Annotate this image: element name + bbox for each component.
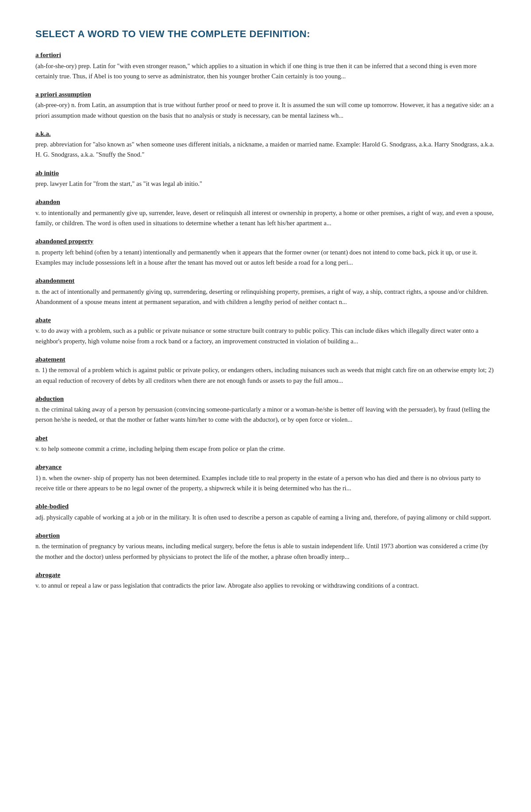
entry-definition-2: prep. abbreviation for "also known as" w… bbox=[35, 139, 496, 160]
entry-definition-8: n. 1) the removal of a problem which is … bbox=[35, 365, 496, 385]
entry-definition-1: (ah-pree-ory) n. from Latin, an assumpti… bbox=[35, 100, 496, 120]
entry-definition-4: v. to intentionally and permanently give… bbox=[35, 208, 496, 228]
entry-item: abrogatev. to annul or repeal a law or p… bbox=[35, 570, 496, 591]
entry-term-14[interactable]: abrogate bbox=[35, 570, 60, 580]
entry-term-12[interactable]: able-bodied bbox=[35, 501, 69, 512]
entry-item: abeyance1) n. when the owner- ship of pr… bbox=[35, 462, 496, 493]
entry-term-2[interactable]: a.k.a. bbox=[35, 129, 51, 139]
entry-item: able-bodiedadj. physically capable of wo… bbox=[35, 501, 496, 523]
entry-definition-14: v. to annul or repeal a law or pass legi… bbox=[35, 581, 496, 591]
entry-definition-3: prep. lawyer Latin for "from the start,"… bbox=[35, 179, 496, 189]
entry-definition-9: n. the criminal taking away of a person … bbox=[35, 404, 496, 425]
entry-item: a fortiori(ah-for-she-ory) prep. Latin f… bbox=[35, 50, 496, 81]
entry-definition-5: n. property left behind (often by a tena… bbox=[35, 247, 496, 268]
entry-term-6[interactable]: abandonment bbox=[35, 276, 74, 286]
entry-term-13[interactable]: abortion bbox=[35, 531, 60, 541]
entry-definition-12: adj. physically capable of working at a … bbox=[35, 512, 496, 523]
entries-list: a fortiori(ah-for-she-ory) prep. Latin f… bbox=[35, 50, 496, 591]
entry-term-1[interactable]: a priori assumption bbox=[35, 89, 91, 100]
entry-term-5[interactable]: abandoned property bbox=[35, 236, 93, 246]
entry-term-3[interactable]: ab initio bbox=[35, 168, 59, 178]
entry-definition-13: n. the termination of pregnancy by vario… bbox=[35, 541, 496, 562]
entry-item: abetv. to help someone commit a crime, i… bbox=[35, 433, 496, 454]
entry-term-9[interactable]: abduction bbox=[35, 394, 64, 404]
entry-definition-0: (ah-for-she-ory) prep. Latin for "with e… bbox=[35, 61, 496, 81]
entry-term-11[interactable]: abeyance bbox=[35, 462, 62, 472]
entry-item: abandonmentn. the act of intentionally a… bbox=[35, 276, 496, 307]
entry-definition-10: v. to help someone commit a crime, inclu… bbox=[35, 444, 496, 454]
entry-item: a priori assumption(ah-pree-ory) n. from… bbox=[35, 89, 496, 121]
page-heading: SELECT A WORD TO VIEW THE COMPLETE DEFIN… bbox=[35, 27, 496, 41]
entry-definition-11: 1) n. when the owner- ship of property h… bbox=[35, 473, 496, 493]
entry-definition-6: n. the act of intentionally and permanen… bbox=[35, 287, 496, 307]
entry-definition-7: v. to do away with a problem, such as a … bbox=[35, 326, 496, 346]
entry-term-8[interactable]: abatement bbox=[35, 354, 65, 365]
entry-term-10[interactable]: abet bbox=[35, 433, 48, 443]
entry-item: abortionn. the termination of pregnancy … bbox=[35, 531, 496, 562]
entry-item: ab initioprep. lawyer Latin for "from th… bbox=[35, 168, 496, 189]
entry-item: abandonv. to intentionally and permanent… bbox=[35, 197, 496, 228]
entry-term-7[interactable]: abate bbox=[35, 315, 51, 325]
entry-term-0[interactable]: a fortiori bbox=[35, 50, 61, 60]
entry-item: abandoned propertyn. property left behin… bbox=[35, 236, 496, 268]
entry-item: abatementn. 1) the removal of a problem … bbox=[35, 354, 496, 386]
entry-item: abatev. to do away with a problem, such … bbox=[35, 315, 496, 346]
entry-item: abductionn. the criminal taking away of … bbox=[35, 394, 496, 425]
entry-item: a.k.a.prep. abbreviation for "also known… bbox=[35, 129, 496, 160]
entry-term-4[interactable]: abandon bbox=[35, 197, 60, 207]
